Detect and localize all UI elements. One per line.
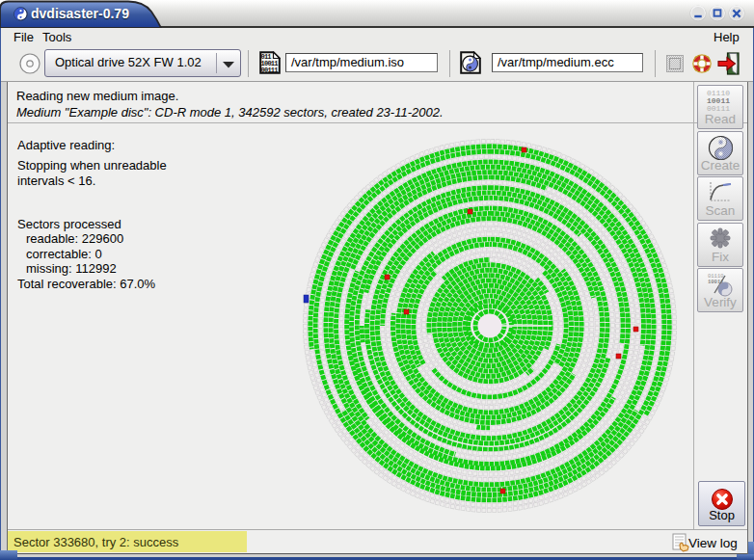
svg-text:00111: 00111 [707,104,730,112]
svg-text:00111: 00111 [261,67,279,74]
